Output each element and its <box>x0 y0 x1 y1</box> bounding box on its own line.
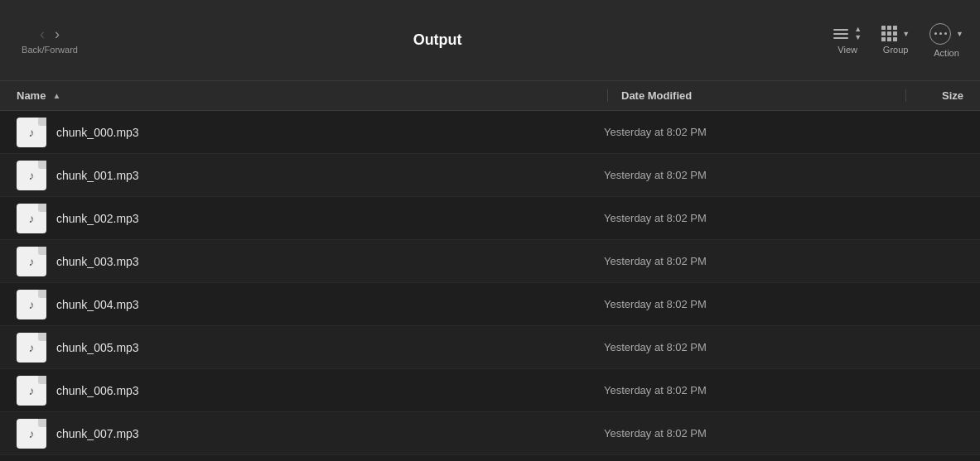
table-row[interactable]: ♪ chunk_004.mp3 Yesterday at 8:02 PM <box>0 283 980 326</box>
list-view-icon <box>833 29 848 39</box>
group-button[interactable]: ▼ Group <box>881 26 910 55</box>
file-date: Yesterday at 8:02 PM <box>591 169 889 181</box>
window-title: Output <box>41 31 833 49</box>
file-icon: ♪ <box>17 419 46 449</box>
music-note-icon: ♪ <box>29 212 35 225</box>
action-label: Action <box>934 48 959 58</box>
music-note-icon: ♪ <box>29 427 35 440</box>
view-label: View <box>838 45 857 55</box>
name-column-header[interactable]: Name ▲ <box>17 89 607 102</box>
view-button[interactable]: ▲ ▼ View <box>833 26 862 55</box>
ellipsis-icon <box>929 23 951 45</box>
action-chevron-icon: ▼ <box>956 30 963 38</box>
sort-arrows-icon: ▲ ▼ <box>854 26 862 42</box>
size-column-header[interactable]: Size <box>905 89 980 102</box>
grid-icon <box>881 26 897 41</box>
file-date: Yesterday at 8:02 PM <box>591 427 889 439</box>
file-icon: ♪ <box>17 376 46 406</box>
file-date: Yesterday at 8:02 PM <box>591 255 889 267</box>
file-date: Yesterday at 8:02 PM <box>591 341 889 353</box>
table-row[interactable]: ♪ chunk_003.mp3 Yesterday at 8:02 PM <box>0 240 980 283</box>
action-button[interactable]: ▼ Action <box>929 23 963 58</box>
file-name: chunk_006.mp3 <box>56 384 591 397</box>
date-column-header[interactable]: Date Modified <box>607 89 905 102</box>
table-row[interactable]: ♪ chunk_005.mp3 Yesterday at 8:02 PM <box>0 326 980 369</box>
table-row[interactable]: ♪ chunk_007.mp3 Yesterday at 8:02 PM <box>0 412 980 455</box>
file-list: ♪ chunk_000.mp3 Yesterday at 8:02 PM ♪ c… <box>0 111 980 455</box>
group-chevron-icon: ▼ <box>902 30 910 38</box>
music-note-icon: ♪ <box>29 341 35 354</box>
music-note-icon: ♪ <box>29 126 35 139</box>
file-icon: ♪ <box>17 333 46 363</box>
sort-arrow-icon: ▲ <box>52 91 60 100</box>
file-icon: ♪ <box>17 247 46 276</box>
music-note-icon: ♪ <box>29 255 35 268</box>
file-date: Yesterday at 8:02 PM <box>591 384 889 396</box>
file-name: chunk_004.mp3 <box>56 298 591 311</box>
file-name: chunk_000.mp3 <box>56 126 591 139</box>
file-date: Yesterday at 8:02 PM <box>591 298 889 310</box>
column-headers: Name ▲ Date Modified Size <box>0 81 980 111</box>
file-name: chunk_002.mp3 <box>56 212 591 225</box>
toolbar: ‹ › Back/Forward Output ▲ ▼ View <box>0 0 980 81</box>
file-name: chunk_005.mp3 <box>56 341 591 354</box>
file-date: Yesterday at 8:02 PM <box>591 212 889 224</box>
file-name: chunk_003.mp3 <box>56 255 591 268</box>
file-icon: ♪ <box>17 290 46 319</box>
toolbar-right: ▲ ▼ View ▼ Group <box>833 23 963 58</box>
table-row[interactable]: ♪ chunk_002.mp3 Yesterday at 8:02 PM <box>0 197 980 240</box>
table-row[interactable]: ♪ chunk_001.mp3 Yesterday at 8:02 PM <box>0 154 980 197</box>
music-note-icon: ♪ <box>29 384 35 397</box>
file-date: Yesterday at 8:02 PM <box>591 126 889 138</box>
file-name: chunk_007.mp3 <box>56 427 591 440</box>
music-note-icon: ♪ <box>29 298 35 311</box>
table-row[interactable]: ♪ chunk_000.mp3 Yesterday at 8:02 PM <box>0 111 980 154</box>
file-icon: ♪ <box>17 118 46 147</box>
file-icon: ♪ <box>17 204 46 233</box>
file-icon: ♪ <box>17 161 46 190</box>
music-note-icon: ♪ <box>29 169 35 182</box>
table-row[interactable]: ♪ chunk_006.mp3 Yesterday at 8:02 PM <box>0 369 980 412</box>
file-name: chunk_001.mp3 <box>56 169 591 182</box>
group-label: Group <box>883 45 909 55</box>
